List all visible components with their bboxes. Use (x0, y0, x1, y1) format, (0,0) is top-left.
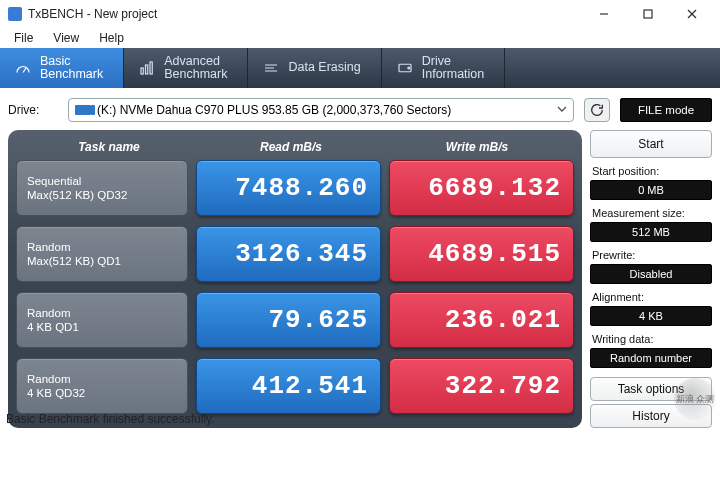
task-name-cell[interactable]: Random4 KB QD1 (16, 292, 188, 348)
start-position-label: Start position: (590, 161, 712, 177)
menubar: File View Help (0, 28, 720, 48)
history-button[interactable]: History (590, 404, 712, 428)
tab-label: BasicBenchmark (40, 55, 103, 81)
read-value: 3126.345 (196, 226, 381, 282)
table-row: SequentialMax(512 KB) QD32 7488.260 6689… (16, 160, 574, 216)
write-value: 6689.132 (389, 160, 574, 216)
main-row: Task name Read mB/s Write mB/s Sequentia… (8, 130, 712, 428)
writing-data-value[interactable]: Random number (590, 348, 712, 368)
table-row: RandomMax(512 KB) QD1 3126.345 4689.515 (16, 226, 574, 282)
table-row: Random4 KB QD1 79.625 236.021 (16, 292, 574, 348)
start-button[interactable]: Start (590, 130, 712, 158)
tab-basic-benchmark[interactable]: BasicBenchmark (0, 48, 124, 88)
header-write: Write mB/s (384, 140, 570, 154)
drive-row: Drive: (K:) NVMe Dahua C970 PLUS 953.85 … (8, 98, 712, 122)
tab-data-erasing[interactable]: Data Erasing (248, 48, 381, 88)
content-area: Drive: (K:) NVMe Dahua C970 PLUS 953.85 … (0, 88, 720, 428)
table-row: Random4 KB QD32 412.541 322.792 (16, 358, 574, 414)
alignment-label: Alignment: (590, 287, 712, 303)
measurement-size-value[interactable]: 512 MB (590, 222, 712, 242)
status-bar-text: Basic Benchmark finished successfully. (6, 412, 215, 426)
read-value: 79.625 (196, 292, 381, 348)
minimize-button[interactable] (582, 0, 626, 28)
tab-label: AdvancedBenchmark (164, 55, 227, 81)
app-icon (8, 7, 22, 21)
svg-line-4 (23, 68, 26, 73)
task-name-cell[interactable]: RandomMax(512 KB) QD1 (16, 226, 188, 282)
erase-icon (262, 59, 280, 77)
svg-rect-7 (150, 62, 152, 74)
header-read: Read mB/s (198, 140, 384, 154)
disk-icon (75, 105, 91, 115)
menu-view[interactable]: View (45, 31, 87, 45)
svg-rect-6 (146, 65, 148, 74)
tab-strip: BasicBenchmark AdvancedBenchmark Data Er… (0, 48, 720, 88)
titlebar: TxBENCH - New project (0, 0, 720, 28)
write-value: 322.792 (389, 358, 574, 414)
drive-icon (396, 59, 414, 77)
results-panel: Task name Read mB/s Write mB/s Sequentia… (8, 130, 582, 428)
task-name-cell[interactable]: SequentialMax(512 KB) QD32 (16, 160, 188, 216)
close-button[interactable] (670, 0, 714, 28)
tab-drive-information[interactable]: DriveInformation (382, 48, 506, 88)
svg-point-9 (408, 67, 410, 69)
tab-label: Data Erasing (288, 61, 360, 74)
results-header: Task name Read mB/s Write mB/s (16, 138, 574, 160)
svg-rect-5 (141, 68, 143, 74)
file-mode-button[interactable]: FILE mode (620, 98, 712, 122)
gauge-icon (14, 59, 32, 77)
menu-help[interactable]: Help (91, 31, 132, 45)
start-position-value[interactable]: 0 MB (590, 180, 712, 200)
chevron-down-icon (557, 103, 567, 117)
sidebar: Start Start position: 0 MB Measurement s… (590, 130, 712, 428)
bars-icon (138, 59, 156, 77)
task-options-button[interactable]: Task options (590, 377, 712, 401)
refresh-button[interactable] (584, 98, 610, 122)
drive-label: Drive: (8, 103, 58, 117)
prewrite-label: Prewrite: (590, 245, 712, 261)
read-value: 7488.260 (196, 160, 381, 216)
drive-selected-text: (K:) NVMe Dahua C970 PLUS 953.85 GB (2,0… (97, 103, 451, 117)
read-value: 412.541 (196, 358, 381, 414)
write-value: 236.021 (389, 292, 574, 348)
window-title: TxBENCH - New project (28, 7, 157, 21)
menu-file[interactable]: File (6, 31, 41, 45)
svg-rect-1 (644, 10, 652, 18)
maximize-button[interactable] (626, 0, 670, 28)
writing-data-label: Writing data: (590, 329, 712, 345)
tab-advanced-benchmark[interactable]: AdvancedBenchmark (124, 48, 248, 88)
drive-select[interactable]: (K:) NVMe Dahua C970 PLUS 953.85 GB (2,0… (68, 98, 574, 122)
measurement-size-label: Measurement size: (590, 203, 712, 219)
prewrite-value[interactable]: Disabled (590, 264, 712, 284)
tab-label: DriveInformation (422, 55, 485, 81)
alignment-value[interactable]: 4 KB (590, 306, 712, 326)
header-task: Task name (20, 140, 198, 154)
write-value: 4689.515 (389, 226, 574, 282)
task-name-cell[interactable]: Random4 KB QD32 (16, 358, 188, 414)
